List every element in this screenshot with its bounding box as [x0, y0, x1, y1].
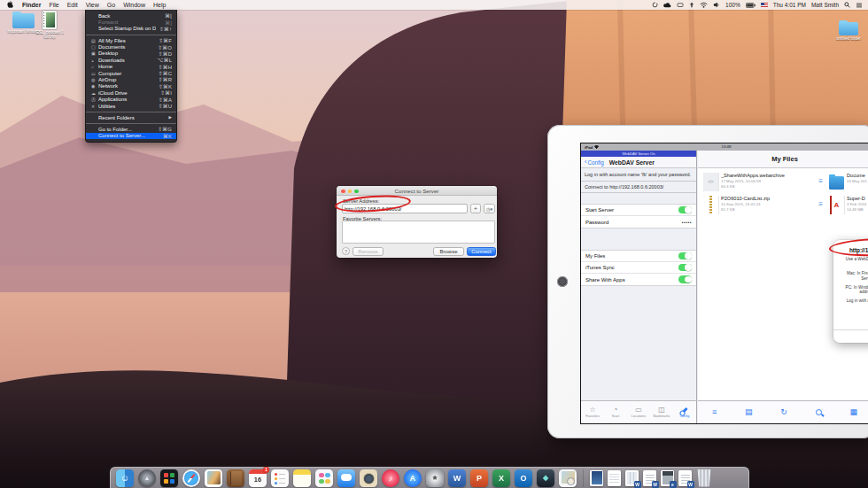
- refresh-icon[interactable]: [652, 2, 658, 8]
- go-menu-item-home[interactable]: ⌂Home⇧⌘H: [86, 64, 176, 70]
- refresh-icon[interactable]: ↻: [780, 408, 787, 416]
- finder-dock-icon[interactable]: ☺: [116, 469, 134, 487]
- word-doc-dock-icon[interactable]: W: [643, 470, 656, 486]
- table-doc-dock-icon[interactable]: W: [625, 470, 639, 486]
- settings-row-itunes-sync[interactable]: iTunes Sync: [581, 262, 696, 274]
- zoom-window-button[interactable]: [354, 190, 359, 194]
- menu-file[interactable]: File: [49, 2, 58, 8]
- page-icon[interactable]: ▤: [745, 408, 753, 416]
- browse-button[interactable]: Browse: [433, 247, 464, 256]
- wifi-icon[interactable]: [700, 2, 708, 8]
- menu-go[interactable]: Go: [107, 2, 115, 8]
- menu-window[interactable]: Window: [123, 2, 145, 8]
- menu-view[interactable]: View: [86, 2, 99, 8]
- go-menu-item-desktop[interactable]: ▣Desktop⇧⌘D: [86, 50, 176, 57]
- go-menu-item-all-my-files[interactable]: ▤All My Files⇧⌘F: [86, 37, 176, 43]
- toggle-on[interactable]: [678, 252, 692, 260]
- excel-dock-icon[interactable]: X: [492, 469, 510, 487]
- file-item-p2o6010-cardlist-zip[interactable]: P2O6010-CardList.zip10 Sep 2015, 16:41:2…: [703, 196, 825, 214]
- file-item-super-d[interactable]: Super-D3 Feb 201614.48 MB: [829, 196, 868, 214]
- keyboard-flag-icon[interactable]: [761, 3, 768, 7]
- desktop-document-podcast[interactable]: GSL_podcast 1 full.zip: [30, 11, 69, 40]
- favorite-servers-list[interactable]: [342, 221, 495, 244]
- file-item-sharewithapps-webarchive[interactable]: _ShareWithApps.webarchive17 May 2015, 10…: [703, 173, 825, 191]
- notes-dock-icon[interactable]: [293, 469, 311, 487]
- system-preferences-dock-icon[interactable]: *: [426, 469, 444, 487]
- toggle-on[interactable]: [678, 275, 692, 283]
- go-menu-item-icloud-drive[interactable]: ☁iCloud Drive⇧⌘I: [86, 89, 176, 96]
- file-actions-icon[interactable]: ≡: [818, 201, 823, 208]
- close-window-button[interactable]: [341, 190, 345, 194]
- cloud-icon[interactable]: [663, 3, 671, 8]
- help-button[interactable]: ?: [342, 247, 350, 255]
- search-icon[interactable]: [816, 409, 822, 415]
- word-doc-2-dock-icon[interactable]: W: [678, 470, 692, 486]
- desktop-folder-untitled[interactable]: untitled folder: [829, 22, 868, 41]
- menu-icon[interactable]: ≡: [712, 408, 717, 416]
- go-menu-item-documents[interactable]: ▢Documents⇧⌘O: [86, 43, 176, 50]
- game-center-dock-icon[interactable]: [315, 469, 333, 487]
- pixelmator-dock-icon[interactable]: ◆: [537, 469, 554, 487]
- menu-edit[interactable]: Edit: [67, 2, 78, 8]
- toggle-on[interactable]: [678, 206, 692, 214]
- tab-bookmarks[interactable]: ◫Bookmarks: [650, 401, 673, 423]
- contacts-dock-icon[interactable]: [227, 469, 244, 487]
- trash-dock-icon[interactable]: [696, 469, 712, 487]
- go-menu-item-applications[interactable]: ⒶApplications⇧⌘A: [86, 96, 176, 102]
- itunes-dock-icon[interactable]: ♪: [382, 469, 399, 487]
- ok-button[interactable]: OK: [833, 329, 868, 343]
- screenshot-doc-dock-icon[interactable]: [590, 470, 603, 486]
- battery-icon[interactable]: [746, 3, 756, 8]
- settings-row-my-files[interactable]: My Files: [581, 251, 696, 262]
- outlook-dock-icon[interactable]: O: [515, 469, 532, 487]
- volume-icon[interactable]: [713, 2, 720, 8]
- upload-icon[interactable]: [689, 2, 694, 8]
- go-menu-item-utilities[interactable]: ✕Utilities⇧⌘U: [86, 103, 176, 109]
- mission-control-dock-icon[interactable]: [160, 469, 178, 487]
- photos-dock-icon[interactable]: [205, 469, 222, 487]
- file-item-docume[interactable]: Docume24 May 201: [829, 173, 868, 191]
- spreadsheet-doc-dock-icon[interactable]: [608, 470, 621, 486]
- preview-dock-icon[interactable]: [559, 469, 577, 487]
- add-favorite-button[interactable]: +: [470, 204, 481, 213]
- menu-bar-clock[interactable]: Thu 4:01 PM: [773, 2, 806, 8]
- settings-row-share-with-apps[interactable]: Share With Apps: [581, 274, 696, 285]
- display-icon[interactable]: [677, 3, 684, 8]
- go-menu-item-forward[interactable]: Forward⌘]: [86, 19, 176, 25]
- tab-config[interactable]: Config: [673, 401, 696, 423]
- word-dock-icon[interactable]: W: [448, 469, 466, 487]
- calendar-dock-icon[interactable]: 161: [249, 469, 267, 487]
- spotlight-icon[interactable]: [844, 2, 850, 8]
- minimize-window-button[interactable]: [348, 190, 353, 194]
- reminders-dock-icon[interactable]: [271, 469, 289, 487]
- go-menu-item-network[interactable]: ◉Network⇧⌘K: [86, 83, 176, 89]
- go-menu-item-downloads[interactable]: ◒Downloads⌥⌘L: [86, 57, 176, 63]
- webpage-doc-dock-icon[interactable]: e: [661, 470, 674, 486]
- messages-dock-icon[interactable]: [337, 469, 355, 487]
- tab-scan[interactable]: ◔Scan: [604, 401, 627, 423]
- recent-servers-button[interactable]: ◷▾: [484, 204, 495, 213]
- back-button[interactable]: ‹ Config: [585, 159, 604, 166]
- settings-row-password[interactable]: Password•••••: [581, 216, 696, 228]
- tab-locations[interactable]: ▭Locations: [627, 401, 650, 423]
- go-menu-item-back[interactable]: Back⌘[: [86, 12, 176, 19]
- toggle-on[interactable]: [678, 264, 692, 272]
- launchpad-dock-icon[interactable]: ▲: [138, 469, 156, 487]
- menu-help[interactable]: Help: [153, 2, 166, 8]
- go-menu-item-computer[interactable]: ▭Computer⇧⌘C: [86, 70, 176, 76]
- grid-icon[interactable]: ▦: [850, 408, 858, 416]
- go-menu-item-select-startup-disk-on-desktop[interactable]: Select Startup Disk on Desktop⇧⌘↑: [86, 26, 176, 32]
- notification-center-icon[interactable]: [856, 3, 863, 8]
- menu-bar-user[interactable]: Matt Smith: [811, 2, 839, 8]
- go-menu-item-go-to-folder[interactable]: Go to Folder...⇧⌘G: [86, 126, 176, 132]
- apple-menu-icon[interactable]: [7, 1, 14, 9]
- photo-booth-dock-icon[interactable]: [360, 469, 377, 487]
- go-menu-item-connect-to-server[interactable]: Connect to Server...⌘K: [86, 133, 176, 139]
- safari-dock-icon[interactable]: [182, 469, 200, 487]
- go-menu-item-recent-folders[interactable]: Recent Folders▶: [86, 114, 176, 120]
- connect-button[interactable]: Connect: [467, 247, 496, 256]
- powerpoint-dock-icon[interactable]: P: [470, 469, 488, 487]
- remove-button[interactable]: Remove: [353, 247, 384, 256]
- dialog-titlebar[interactable]: Connect to Server: [337, 186, 497, 196]
- go-menu-item-airdrop[interactable]: ◍AirDrop⇧⌘R: [86, 76, 176, 82]
